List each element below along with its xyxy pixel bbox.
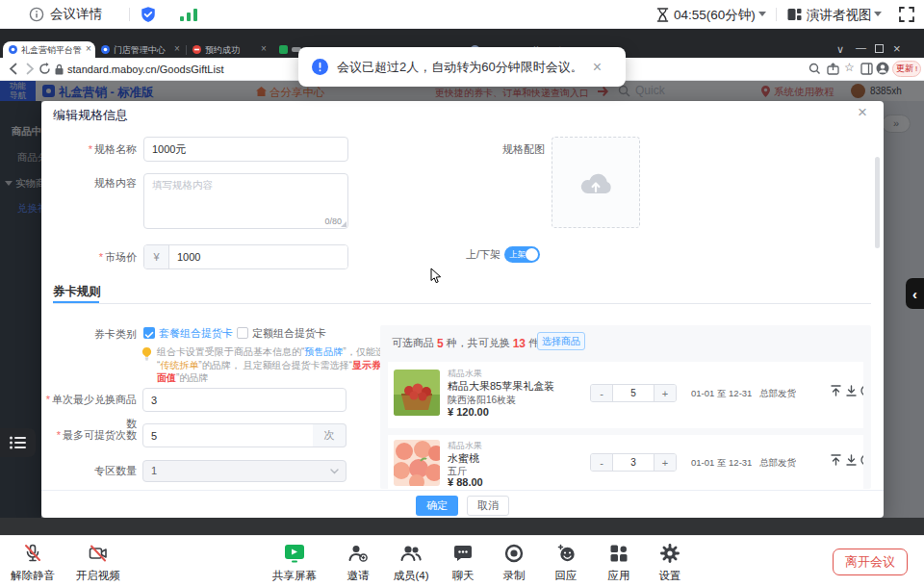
- url-text[interactable]: standard.maboy.cn/GoodsGiftList: [67, 64, 308, 75]
- tab-favicon: [9, 45, 17, 54]
- members-icon: [400, 544, 422, 563]
- spec-name-input[interactable]: [143, 137, 348, 162]
- timer-dropdown-icon[interactable]: [758, 12, 766, 16]
- view-mode-selector[interactable]: 演讲者视图: [807, 7, 872, 24]
- profile-avatar-icon[interactable]: [876, 62, 889, 75]
- tab-close-icon[interactable]: ×: [174, 44, 180, 54]
- members-button[interactable]: 成员(4): [384, 544, 438, 583]
- browser-tab[interactable]: 预约成功 ×: [188, 41, 272, 58]
- floating-list-widget[interactable]: [0, 428, 36, 457]
- card-type-option-2[interactable]: 定额组合提货卡: [252, 326, 326, 341]
- resize-handle-icon[interactable]: [341, 221, 346, 227]
- max-times-unit: 次: [313, 423, 346, 447]
- move-to-top-icon[interactable]: [831, 454, 841, 466]
- tab-close-icon[interactable]: ×: [261, 44, 267, 54]
- max-times-label: *最多可提货次数: [41, 423, 137, 447]
- view-layout-icon: [787, 8, 802, 21]
- unmute-button[interactable]: 解除静音: [6, 544, 60, 583]
- char-counter: 0/80: [324, 217, 342, 226]
- move-to-top-icon[interactable]: [831, 385, 841, 396]
- view-dropdown-icon[interactable]: [874, 12, 882, 16]
- quantity-stepper: - 3 +: [590, 453, 677, 472]
- tab-favicon: [101, 45, 110, 54]
- settings-button[interactable]: 设置: [643, 544, 697, 583]
- clock-icon[interactable]: [860, 454, 863, 466]
- browser-tab-active[interactable]: 礼盒营销平台管理中心 ×: [3, 41, 95, 58]
- modal-close-icon[interactable]: ×: [858, 103, 867, 122]
- selectable-goods-panel: 可选商品 5 种，共可兑换 13 件商品 选择商品 精品水果 精品大果85苹果礼…: [380, 325, 871, 489]
- image-upload-box[interactable]: [552, 137, 640, 228]
- window-minimize-icon[interactable]: —: [856, 41, 866, 53]
- forward-icon[interactable]: [23, 63, 36, 75]
- meeting-toast: 会议已超过2人，自动转为60分钟限时会议。 ×: [298, 47, 626, 87]
- info-icon[interactable]: [29, 7, 44, 22]
- checkbox-unchecked[interactable]: [237, 327, 248, 339]
- chat-button[interactable]: 聊天: [436, 544, 490, 583]
- confirm-button[interactable]: 确定: [416, 496, 458, 516]
- max-times-input[interactable]: [142, 423, 314, 447]
- shelf-toggle[interactable]: 上架: [504, 246, 540, 263]
- start-video-button[interactable]: 开启视频: [71, 544, 125, 583]
- move-to-bottom-icon[interactable]: [846, 454, 857, 466]
- product-subtitle: 陕西洛阳16枚装: [448, 394, 516, 407]
- stepper-minus-button[interactable]: -: [591, 385, 612, 401]
- required-mark: *: [57, 429, 61, 441]
- select-goods-button[interactable]: 选择商品: [537, 332, 585, 350]
- browser-tab[interactable]: 门店管理中心 ×: [96, 41, 185, 58]
- tab-title: 预约成功: [205, 44, 247, 57]
- record-button[interactable]: 录制: [487, 544, 541, 583]
- stepper-plus-button[interactable]: +: [654, 454, 676, 471]
- security-shield-icon[interactable]: [140, 6, 157, 23]
- tab-search-icon[interactable]: ∨: [836, 43, 844, 56]
- tab-active-underline: [53, 301, 99, 303]
- mouse-cursor: [430, 268, 442, 284]
- goods-total-count: 13: [513, 337, 526, 350]
- stepper-minus-button[interactable]: -: [591, 454, 612, 471]
- stepper-value[interactable]: 3: [612, 454, 654, 471]
- window-close-icon[interactable]: ×: [893, 41, 901, 56]
- share-screen-button[interactable]: 共享屏幕: [268, 544, 321, 583]
- side-panel-icon[interactable]: [860, 63, 873, 75]
- stepper-plus-button[interactable]: +: [654, 385, 676, 401]
- update-label: 更新: [896, 63, 913, 75]
- invite-button[interactable]: 邀请: [331, 544, 385, 583]
- shared-screen: 礼盒营销平台管理中心 × 门店管理中心 × 预约成功 × × + ∨ — ×: [0, 29, 924, 535]
- back-icon[interactable]: [8, 63, 20, 75]
- side-panel-handle[interactable]: ‹: [906, 278, 924, 309]
- product-price: ¥ 120.00: [448, 406, 489, 418]
- zoom-glass-icon[interactable]: [808, 63, 821, 75]
- reactions-button[interactable]: 回应: [539, 544, 593, 583]
- apps-button[interactable]: 应用: [592, 544, 646, 583]
- toggle-knob: [526, 248, 538, 261]
- spec-content-textarea[interactable]: 填写规格内容 0/80: [143, 173, 348, 229]
- gear-icon: [660, 544, 680, 563]
- refresh-icon[interactable]: [38, 63, 51, 75]
- toast-close-icon[interactable]: ×: [593, 59, 602, 76]
- meeting-detail-link[interactable]: 会议详情: [50, 6, 102, 23]
- stepper-value[interactable]: 5: [612, 385, 654, 401]
- tab-close-icon[interactable]: ×: [86, 44, 91, 54]
- fullscreen-icon[interactable]: [899, 7, 914, 22]
- check-icon: [143, 329, 155, 341]
- min-items-input[interactable]: [142, 388, 346, 412]
- window-maximize-icon[interactable]: [875, 44, 884, 53]
- hourglass-icon: [656, 8, 669, 22]
- bookmark-star-icon[interactable]: ☆: [844, 61, 855, 74]
- microphone-muted-icon: [23, 544, 42, 563]
- share-icon[interactable]: [827, 63, 839, 75]
- card-type-option-1[interactable]: 套餐组合提货卡: [159, 326, 233, 341]
- price-input[interactable]: [169, 245, 347, 268]
- tab-title: 礼盒营销平台管理中心: [21, 44, 82, 57]
- chrome-update-button[interactable]: 更新 !: [892, 61, 921, 77]
- clock-icon[interactable]: [860, 385, 863, 396]
- move-to-bottom-icon[interactable]: [846, 385, 857, 396]
- network-signal-icon[interactable]: [179, 8, 200, 22]
- reaction-smiley-icon: [556, 544, 576, 563]
- tab-card-rules[interactable]: 券卡规则: [53, 284, 101, 300]
- leave-meeting-button[interactable]: 离开会议: [833, 549, 908, 575]
- cancel-button[interactable]: 取消: [467, 496, 509, 516]
- required-mark: *: [46, 394, 50, 405]
- zone-count-select[interactable]: 1: [142, 460, 346, 482]
- modal-scrollbar[interactable]: [875, 157, 880, 248]
- checkbox-checked[interactable]: [143, 327, 155, 339]
